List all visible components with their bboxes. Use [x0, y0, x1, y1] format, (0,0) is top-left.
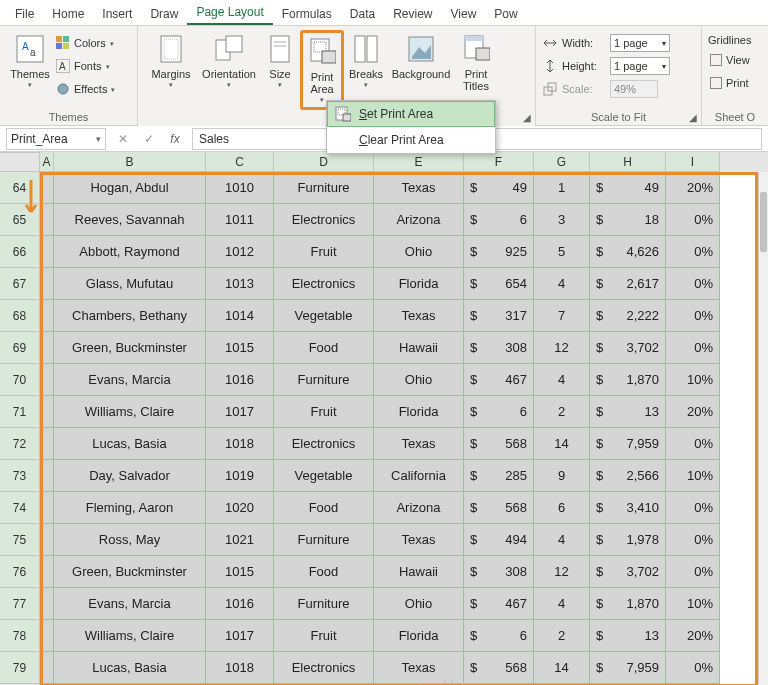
page-setup-dialog-launcher[interactable]: ◢: [521, 111, 533, 123]
cell[interactable]: $3,702: [590, 556, 666, 588]
cell[interactable]: Vegetable: [274, 460, 374, 492]
cell[interactable]: [40, 364, 54, 396]
width-select[interactable]: 1 page▾: [610, 34, 670, 52]
cell[interactable]: Ohio: [374, 236, 464, 268]
cell[interactable]: $2,222: [590, 300, 666, 332]
cell[interactable]: $568: [464, 492, 534, 524]
cell[interactable]: 1017: [206, 396, 274, 428]
cell[interactable]: Food: [274, 492, 374, 524]
cell[interactable]: Chambers, Bethany: [54, 300, 206, 332]
row-header[interactable]: 70: [0, 364, 40, 396]
margins-button[interactable]: Margins▾: [144, 30, 198, 92]
cell[interactable]: 10%: [666, 588, 720, 620]
cell[interactable]: 0%: [666, 524, 720, 556]
cell[interactable]: Food: [274, 556, 374, 588]
cell[interactable]: Williams, Claire: [54, 396, 206, 428]
cell[interactable]: [40, 236, 54, 268]
name-box[interactable]: Print_Area ▾: [6, 128, 106, 150]
cancel-formula-button[interactable]: ✕: [110, 128, 136, 150]
cell[interactable]: 0%: [666, 300, 720, 332]
col-header-g[interactable]: G: [534, 152, 590, 172]
cell[interactable]: 1017: [206, 620, 274, 652]
cell[interactable]: 1: [534, 172, 590, 204]
cell[interactable]: $285: [464, 460, 534, 492]
col-header-c[interactable]: C: [206, 152, 274, 172]
cell[interactable]: [40, 428, 54, 460]
col-header-e[interactable]: E: [374, 152, 464, 172]
cell[interactable]: 0%: [666, 268, 720, 300]
col-header-h[interactable]: H: [590, 152, 666, 172]
cell[interactable]: [40, 652, 54, 684]
view-checkbox-row[interactable]: View: [708, 49, 752, 71]
cell[interactable]: Ross, May: [54, 524, 206, 556]
cell[interactable]: Furniture: [274, 588, 374, 620]
cell[interactable]: Furniture: [274, 172, 374, 204]
themes-button[interactable]: Aa Themes ▾: [6, 30, 54, 92]
row-header[interactable]: 79: [0, 652, 40, 684]
cell[interactable]: $2,617: [590, 268, 666, 300]
cell[interactable]: $494: [464, 524, 534, 556]
cell[interactable]: Electronics: [274, 268, 374, 300]
cell[interactable]: [40, 524, 54, 556]
cell[interactable]: Furniture: [274, 364, 374, 396]
cell[interactable]: 20%: [666, 620, 720, 652]
cell[interactable]: Florida: [374, 620, 464, 652]
row-header[interactable]: 68: [0, 300, 40, 332]
cell[interactable]: $13: [590, 620, 666, 652]
tab-data[interactable]: Data: [341, 3, 384, 25]
size-button[interactable]: Size▾: [260, 30, 300, 92]
cell[interactable]: $925: [464, 236, 534, 268]
cell[interactable]: $467: [464, 588, 534, 620]
cell[interactable]: 2: [534, 620, 590, 652]
cell[interactable]: 1016: [206, 364, 274, 396]
enter-formula-button[interactable]: ✓: [136, 128, 162, 150]
cell[interactable]: Electronics: [274, 652, 374, 684]
cell[interactable]: 1015: [206, 332, 274, 364]
cell[interactable]: 4: [534, 588, 590, 620]
cell[interactable]: 1018: [206, 652, 274, 684]
cell[interactable]: Texas: [374, 300, 464, 332]
cell[interactable]: Vegetable: [274, 300, 374, 332]
cell[interactable]: [40, 300, 54, 332]
cell[interactable]: [40, 460, 54, 492]
tab-view[interactable]: View: [442, 3, 486, 25]
cell[interactable]: 1011: [206, 204, 274, 236]
cell[interactable]: 1014: [206, 300, 274, 332]
clear-print-area-item[interactable]: Clear Print Area: [327, 127, 495, 153]
cell[interactable]: $4,626: [590, 236, 666, 268]
cell[interactable]: $18: [590, 204, 666, 236]
row-header[interactable]: 74: [0, 492, 40, 524]
row-header[interactable]: 77: [0, 588, 40, 620]
cell[interactable]: 1012: [206, 236, 274, 268]
cell[interactable]: 12: [534, 556, 590, 588]
cell[interactable]: Green, Buckminster: [54, 556, 206, 588]
row-header[interactable]: 67: [0, 268, 40, 300]
scale-dialog-launcher[interactable]: ◢: [687, 111, 699, 123]
cell[interactable]: $308: [464, 556, 534, 588]
cell[interactable]: $317: [464, 300, 534, 332]
tab-review[interactable]: Review: [384, 3, 441, 25]
cell[interactable]: 2: [534, 396, 590, 428]
cell[interactable]: 20%: [666, 396, 720, 428]
cell[interactable]: $467: [464, 364, 534, 396]
cell[interactable]: [40, 556, 54, 588]
cell[interactable]: 1021: [206, 524, 274, 556]
cell[interactable]: $6: [464, 620, 534, 652]
cell[interactable]: 0%: [666, 556, 720, 588]
cell[interactable]: $654: [464, 268, 534, 300]
row-header[interactable]: 71: [0, 396, 40, 428]
cell[interactable]: Lucas, Basia: [54, 652, 206, 684]
cell[interactable]: Texas: [374, 172, 464, 204]
cell[interactable]: Glass, Mufutau: [54, 268, 206, 300]
cell[interactable]: 1016: [206, 588, 274, 620]
tab-home[interactable]: Home: [43, 3, 93, 25]
cell[interactable]: 9: [534, 460, 590, 492]
cell[interactable]: 20%: [666, 172, 720, 204]
col-header-i[interactable]: I: [666, 152, 720, 172]
cell[interactable]: $2,566: [590, 460, 666, 492]
effects-button[interactable]: Effects ▾: [54, 78, 117, 100]
cell[interactable]: $3,702: [590, 332, 666, 364]
tab-page-layout[interactable]: Page Layout: [187, 1, 272, 25]
cell[interactable]: [40, 588, 54, 620]
cell[interactable]: 10%: [666, 364, 720, 396]
